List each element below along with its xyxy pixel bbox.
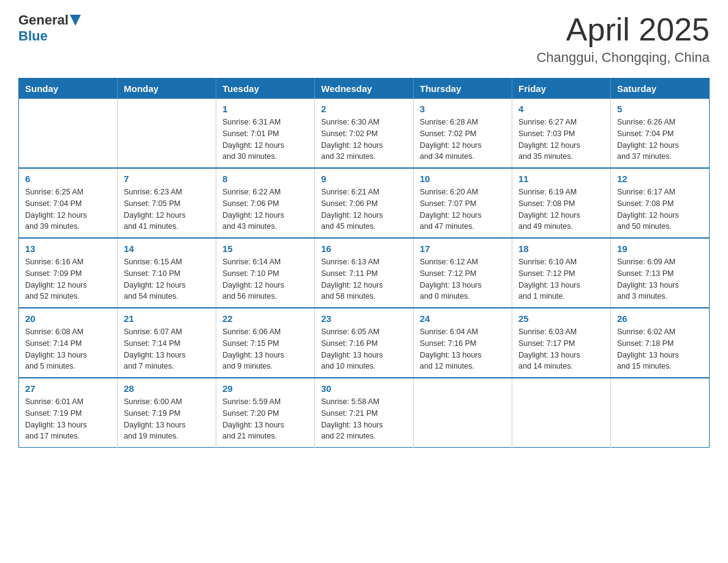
day-number: 27 [25,383,111,394]
calendar-cell: 4Sunrise: 6:27 AM Sunset: 7:03 PM Daylig… [512,99,611,168]
day-info: Sunrise: 6:26 AM Sunset: 7:04 PM Dayligh… [617,117,703,163]
calendar-cell: 24Sunrise: 6:04 AM Sunset: 7:16 PM Dayli… [414,308,512,378]
calendar-cell: 23Sunrise: 6:05 AM Sunset: 7:16 PM Dayli… [315,308,414,378]
day-info: Sunrise: 6:02 AM Sunset: 7:18 PM Dayligh… [617,326,703,372]
calendar-cell: 2Sunrise: 6:30 AM Sunset: 7:02 PM Daylig… [315,99,414,168]
day-info: Sunrise: 6:09 AM Sunset: 7:13 PM Dayligh… [617,256,703,302]
calendar-cell: 29Sunrise: 5:59 AM Sunset: 7:20 PM Dayli… [216,378,315,448]
weekday-header-thursday: Thursday [414,79,512,99]
day-info: Sunrise: 6:07 AM Sunset: 7:14 PM Dayligh… [124,326,210,372]
day-number: 18 [518,243,604,254]
calendar-cell [118,99,216,168]
day-info: Sunrise: 5:59 AM Sunset: 7:20 PM Dayligh… [222,396,308,442]
day-number: 26 [617,313,703,324]
day-info: Sunrise: 6:22 AM Sunset: 7:06 PM Dayligh… [222,186,308,232]
month-title: April 2025 [536,12,710,47]
calendar-cell: 22Sunrise: 6:06 AM Sunset: 7:15 PM Dayli… [216,308,315,378]
calendar-cell: 20Sunrise: 6:08 AM Sunset: 7:14 PM Dayli… [19,308,118,378]
calendar-week-row: 1Sunrise: 6:31 AM Sunset: 7:01 PM Daylig… [19,99,710,168]
day-info: Sunrise: 6:28 AM Sunset: 7:02 PM Dayligh… [420,117,506,163]
calendar-cell: 14Sunrise: 6:15 AM Sunset: 7:10 PM Dayli… [118,238,216,308]
weekday-header-tuesday: Tuesday [216,79,315,99]
day-number: 29 [222,383,308,394]
logo-arrow-icon [70,15,81,26]
calendar-cell: 17Sunrise: 6:12 AM Sunset: 7:12 PM Dayli… [414,238,512,308]
calendar-cell: 1Sunrise: 6:31 AM Sunset: 7:01 PM Daylig… [216,99,315,168]
day-number: 25 [518,313,604,324]
logo-text-general: General [18,12,69,28]
day-info: Sunrise: 6:21 AM Sunset: 7:06 PM Dayligh… [321,186,407,232]
day-number: 19 [617,243,703,254]
calendar-cell: 12Sunrise: 6:17 AM Sunset: 7:08 PM Dayli… [611,168,710,238]
calendar-cell: 16Sunrise: 6:13 AM Sunset: 7:11 PM Dayli… [315,238,414,308]
calendar-header-row: SundayMondayTuesdayWednesdayThursdayFrid… [19,79,710,99]
calendar-cell: 10Sunrise: 6:20 AM Sunset: 7:07 PM Dayli… [414,168,512,238]
location-title: Changgui, Chongqing, China [536,50,710,66]
calendar-cell: 27Sunrise: 6:01 AM Sunset: 7:19 PM Dayli… [19,378,118,448]
day-info: Sunrise: 6:19 AM Sunset: 7:08 PM Dayligh… [518,186,604,232]
day-number: 7 [124,174,210,184]
calendar-cell: 25Sunrise: 6:03 AM Sunset: 7:17 PM Dayli… [512,308,611,378]
day-info: Sunrise: 6:20 AM Sunset: 7:07 PM Dayligh… [420,186,506,232]
calendar-cell: 15Sunrise: 6:14 AM Sunset: 7:10 PM Dayli… [216,238,315,308]
day-info: Sunrise: 6:17 AM Sunset: 7:08 PM Dayligh… [617,186,703,232]
calendar-week-row: 27Sunrise: 6:01 AM Sunset: 7:19 PM Dayli… [19,378,710,448]
calendar-cell: 21Sunrise: 6:07 AM Sunset: 7:14 PM Dayli… [118,308,216,378]
logo-text-blue: Blue [18,28,48,44]
day-info: Sunrise: 6:00 AM Sunset: 7:19 PM Dayligh… [124,396,210,442]
calendar-cell: 19Sunrise: 6:09 AM Sunset: 7:13 PM Dayli… [611,238,710,308]
day-info: Sunrise: 6:08 AM Sunset: 7:14 PM Dayligh… [25,326,111,372]
logo: General Blue [18,12,81,44]
day-number: 2 [321,104,407,114]
calendar-cell [512,378,611,448]
calendar-cell: 5Sunrise: 6:26 AM Sunset: 7:04 PM Daylig… [611,99,710,168]
weekday-header-friday: Friday [512,79,611,99]
day-info: Sunrise: 6:04 AM Sunset: 7:16 PM Dayligh… [420,326,506,372]
day-info: Sunrise: 6:15 AM Sunset: 7:10 PM Dayligh… [124,256,210,302]
day-info: Sunrise: 6:23 AM Sunset: 7:05 PM Dayligh… [124,186,210,232]
day-info: Sunrise: 6:03 AM Sunset: 7:17 PM Dayligh… [518,326,604,372]
title-area: April 2025 Changgui, Chongqing, China [536,12,710,66]
day-info: Sunrise: 6:01 AM Sunset: 7:19 PM Dayligh… [25,396,111,442]
svg-marker-0 [70,15,81,26]
day-number: 5 [617,104,703,114]
day-info: Sunrise: 6:30 AM Sunset: 7:02 PM Dayligh… [321,117,407,163]
day-number: 10 [420,174,506,184]
day-number: 9 [321,174,407,184]
day-number: 13 [25,243,111,254]
calendar-cell: 7Sunrise: 6:23 AM Sunset: 7:05 PM Daylig… [118,168,216,238]
day-info: Sunrise: 6:06 AM Sunset: 7:15 PM Dayligh… [222,326,308,372]
calendar-cell [611,378,710,448]
day-number: 6 [25,174,111,184]
calendar-cell: 8Sunrise: 6:22 AM Sunset: 7:06 PM Daylig… [216,168,315,238]
day-number: 24 [420,313,506,324]
calendar-week-row: 6Sunrise: 6:25 AM Sunset: 7:04 PM Daylig… [19,168,710,238]
weekday-header-saturday: Saturday [611,79,710,99]
calendar-cell: 18Sunrise: 6:10 AM Sunset: 7:12 PM Dayli… [512,238,611,308]
day-number: 12 [617,174,703,184]
day-info: Sunrise: 5:58 AM Sunset: 7:21 PM Dayligh… [321,396,407,442]
day-number: 8 [222,174,308,184]
day-info: Sunrise: 6:25 AM Sunset: 7:04 PM Dayligh… [25,186,111,232]
day-number: 11 [518,174,604,184]
weekday-header-sunday: Sunday [19,79,118,99]
calendar-cell: 26Sunrise: 6:02 AM Sunset: 7:18 PM Dayli… [611,308,710,378]
day-number: 1 [222,104,308,114]
day-number: 28 [124,383,210,394]
calendar-cell [414,378,512,448]
day-number: 30 [321,383,407,394]
day-info: Sunrise: 6:14 AM Sunset: 7:10 PM Dayligh… [222,256,308,302]
day-number: 21 [124,313,210,324]
day-number: 17 [420,243,506,254]
calendar-cell: 13Sunrise: 6:16 AM Sunset: 7:09 PM Dayli… [19,238,118,308]
day-info: Sunrise: 6:12 AM Sunset: 7:12 PM Dayligh… [420,256,506,302]
day-info: Sunrise: 6:13 AM Sunset: 7:11 PM Dayligh… [321,256,407,302]
day-number: 16 [321,243,407,254]
calendar-cell: 3Sunrise: 6:28 AM Sunset: 7:02 PM Daylig… [414,99,512,168]
day-info: Sunrise: 6:31 AM Sunset: 7:01 PM Dayligh… [222,117,308,163]
day-number: 14 [124,243,210,254]
calendar-cell: 28Sunrise: 6:00 AM Sunset: 7:19 PM Dayli… [118,378,216,448]
calendar-table: SundayMondayTuesdayWednesdayThursdayFrid… [18,78,710,448]
page-header: General Blue April 2025 Changgui, Chongq… [18,12,710,66]
day-info: Sunrise: 6:10 AM Sunset: 7:12 PM Dayligh… [518,256,604,302]
